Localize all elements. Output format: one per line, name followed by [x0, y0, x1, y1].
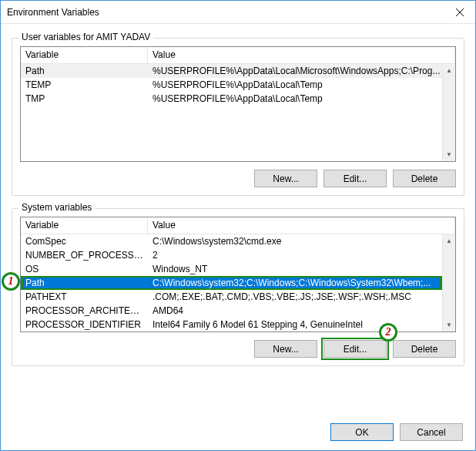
cell-value: %USERPROFILE%\AppData\Local\Temp [148, 93, 455, 105]
user-variables-group: User variables for AMIT YADAV Variable V… [12, 38, 464, 196]
table-row[interactable]: Path%USERPROFILE%\AppData\Local\Microsof… [21, 64, 455, 78]
table-row[interactable]: PROCESSOR_ARCHITECTUREAMD64 [21, 304, 455, 318]
system-variables-legend: System variables [18, 202, 95, 213]
cell-value: AMD64 [148, 305, 455, 317]
scroll-down-icon[interactable]: ▼ [443, 318, 455, 332]
user-new-button[interactable]: New... [254, 170, 317, 187]
cell-variable: Path [21, 65, 148, 77]
window-title: Environment Variables [7, 7, 444, 18]
cell-variable: NUMBER_OF_PROCESSORS [21, 249, 148, 261]
cell-value: C:\Windows\system32;C:\Windows;C:\Window… [148, 277, 455, 289]
user-variables-legend: User variables for AMIT YADAV [18, 32, 153, 42]
cell-value: C:\Windows\system32\cmd.exe [148, 235, 455, 247]
cell-value: %USERPROFILE%\AppData\Local\Microsoft\Wi… [148, 65, 455, 77]
user-variables-list[interactable]: Variable Value Path%USERPROFILE%\AppData… [20, 46, 456, 162]
system-list-body[interactable]: ComSpecC:\Windows\system32\cmd.exeNUMBER… [21, 234, 455, 332]
cell-variable: Path [21, 277, 148, 289]
cell-variable: ComSpec [21, 235, 148, 247]
list-header: Variable Value [21, 47, 455, 64]
table-row[interactable]: NUMBER_OF_PROCESSORS2 [21, 248, 455, 262]
system-delete-button[interactable]: Delete [393, 340, 456, 358]
cell-value: %USERPROFILE%\AppData\Local\Temp [148, 79, 455, 91]
col-header-value[interactable]: Value [148, 217, 455, 234]
table-row[interactable]: TEMP%USERPROFILE%\AppData\Local\Temp [21, 78, 455, 92]
cancel-button[interactable]: Cancel [400, 423, 463, 441]
col-header-value[interactable]: Value [148, 47, 455, 63]
table-row[interactable]: ComSpecC:\Windows\system32\cmd.exe [21, 234, 455, 248]
ok-button[interactable]: OK [330, 423, 394, 441]
scrollbar[interactable]: ▲ ▼ [442, 234, 455, 332]
cell-variable: TMP [21, 93, 148, 105]
table-row[interactable]: PROCESSOR_IDENTIFIERIntel64 Family 6 Mod… [21, 318, 455, 332]
system-edit-button[interactable]: Edit... [323, 340, 387, 358]
cell-variable: PROCESSOR_ARCHITECTURE [21, 305, 148, 317]
user-buttons-row: New... Edit... Delete [20, 170, 456, 187]
close-icon [456, 8, 464, 16]
cell-value: Intel64 Family 6 Model 61 Stepping 4, Ge… [148, 318, 455, 331]
titlebar: Environment Variables [1, 1, 475, 24]
cell-variable: TEMP [21, 79, 148, 91]
cell-value: 2 [148, 249, 455, 261]
cell-variable: OS [21, 263, 148, 275]
scroll-up-icon[interactable]: ▲ [443, 234, 455, 247]
table-row[interactable]: PATHEXT.COM;.EXE;.BAT;.CMD;.VBS;.VBE;.JS… [21, 290, 455, 304]
table-row[interactable]: PathC:\Windows\system32;C:\Windows;C:\Wi… [21, 276, 455, 290]
annotation-marker-1: 1 [2, 272, 20, 291]
environment-variables-dialog: Environment Variables User variables for… [0, 0, 476, 451]
system-variables-list[interactable]: Variable Value ComSpecC:\Windows\system3… [20, 217, 456, 332]
user-list-body[interactable]: Path%USERPROFILE%\AppData\Local\Microsof… [21, 64, 455, 161]
table-row[interactable]: OSWindows_NT [21, 262, 455, 276]
table-row[interactable]: TMP%USERPROFILE%\AppData\Local\Temp [21, 92, 455, 106]
list-header: Variable Value [21, 217, 455, 234]
scrollbar[interactable]: ▲ ▼ [442, 64, 455, 161]
cell-value: .COM;.EXE;.BAT;.CMD;.VBS;.VBE;.JS;.JSE;.… [148, 291, 455, 303]
system-buttons-row: New... Edit... 2 Delete [20, 340, 456, 358]
col-header-variable[interactable]: Variable [21, 217, 148, 234]
system-variables-group: System variables Variable Value ComSpecC… [12, 208, 464, 366]
cell-value: Windows_NT [148, 263, 455, 275]
scroll-down-icon[interactable]: ▼ [443, 148, 455, 161]
cell-variable: PROCESSOR_IDENTIFIER [21, 318, 148, 331]
user-edit-button[interactable]: Edit... [323, 170, 387, 187]
user-delete-button[interactable]: Delete [393, 170, 456, 187]
cell-variable: PATHEXT [21, 291, 148, 303]
col-header-variable[interactable]: Variable [21, 47, 148, 63]
close-button[interactable] [444, 1, 475, 24]
scroll-up-icon[interactable]: ▲ [443, 64, 455, 77]
dialog-content: User variables for AMIT YADAV Variable V… [1, 24, 475, 386]
dialog-button-row: OK Cancel [330, 423, 463, 441]
system-new-button[interactable]: New... [254, 340, 317, 358]
